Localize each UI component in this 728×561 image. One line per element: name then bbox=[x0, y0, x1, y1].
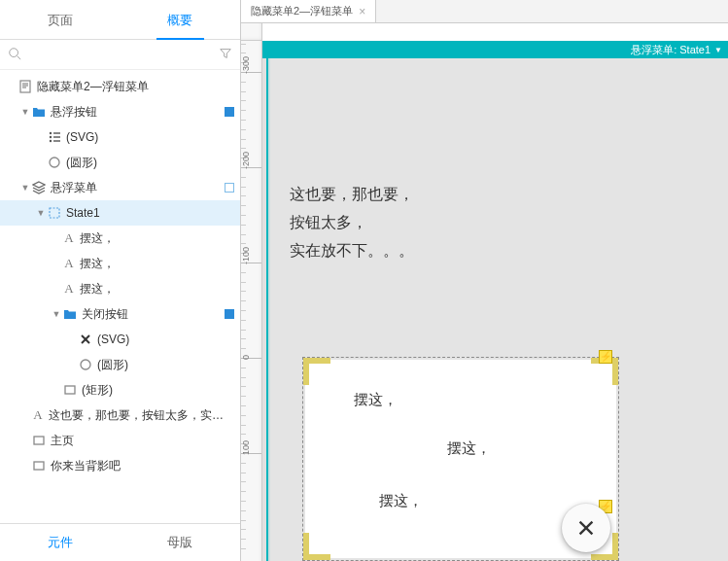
state-bar-value: State1 bbox=[679, 44, 711, 55]
tree-label: 摆这， bbox=[80, 281, 234, 298]
state-bar-label: 悬浮菜单: bbox=[631, 43, 676, 57]
tree-label: (圆形) bbox=[97, 357, 234, 373]
file-tab[interactable]: 隐藏菜单2—浮钮菜单 × bbox=[241, 0, 376, 22]
canvas-text[interactable]: 这也要，那也要， 按钮太多， 实在放不下。。。 bbox=[290, 181, 414, 264]
editor-area: 隐藏菜单2—浮钮菜单 × 0100200300400 -300-200-1000… bbox=[241, 0, 728, 561]
tree-label: (SVG) bbox=[97, 333, 234, 346]
artboard[interactable]: 这也要，那也要， 按钮太多， 实在放不下。。。 ⚡ ⚡ 摆这， 摆这， 摆这， bbox=[266, 58, 728, 561]
tree-label: 悬浮菜单 bbox=[51, 180, 221, 196]
tree-root[interactable]: ▶ 隐藏菜单2—浮钮菜单 bbox=[0, 74, 240, 99]
visibility-marker[interactable] bbox=[225, 107, 234, 117]
text-line: 实在放不下。。。 bbox=[290, 237, 414, 265]
svg-line-1 bbox=[17, 55, 21, 59]
tree-label: 隐藏菜单2—浮钮菜单 bbox=[37, 79, 234, 95]
folder-icon bbox=[62, 306, 78, 322]
folder-icon bbox=[31, 104, 47, 120]
rect-icon bbox=[62, 382, 78, 398]
tree-float-menu[interactable]: ▼ 悬浮菜单 bbox=[0, 175, 240, 200]
text-icon: A bbox=[62, 256, 76, 271]
text-icon: A bbox=[62, 230, 76, 246]
text-icon: A bbox=[31, 407, 45, 423]
tree-home-node[interactable]: ▶ 主页 bbox=[0, 428, 240, 453]
left-tabs: 页面 概要 bbox=[0, 0, 240, 40]
outline-panel: 页面 概要 ▶ 隐藏菜单2—浮钮菜单 ▼ 悬浮按钮 bbox=[0, 0, 241, 561]
svg-rect-18 bbox=[34, 437, 44, 444]
tree-rect-node[interactable]: ▶ (矩形) bbox=[0, 377, 240, 403]
rect-icon bbox=[31, 458, 47, 473]
close-icon[interactable]: × bbox=[359, 5, 365, 18]
tree-label: 摆这， bbox=[80, 256, 234, 272]
svg-point-16 bbox=[81, 360, 90, 369]
svg-point-0 bbox=[10, 48, 18, 56]
lightning-icon[interactable]: ⚡ bbox=[599, 350, 612, 364]
tree-circle-node[interactable]: ▶ (圆形) bbox=[0, 150, 240, 175]
tree-label: 这也要，那也要，按钮太多，实在放不 bbox=[49, 407, 234, 424]
close-fab-button[interactable] bbox=[562, 504, 610, 552]
ruler-vertical[interactable]: -300-200-1000100 bbox=[241, 41, 262, 561]
tree-state1[interactable]: ▼ State1 bbox=[0, 200, 240, 226]
svg-point-12 bbox=[50, 158, 59, 167]
circle-icon bbox=[78, 357, 93, 372]
origin-guide bbox=[266, 58, 268, 561]
selected-panel[interactable]: ⚡ ⚡ 摆这， 摆这， 摆这， bbox=[305, 360, 616, 558]
visibility-marker[interactable] bbox=[225, 309, 234, 319]
search-icon bbox=[8, 47, 21, 63]
tree-label: (矩形) bbox=[82, 382, 234, 399]
tree-float-button[interactable]: ▼ 悬浮按钮 bbox=[0, 99, 240, 124]
circle-icon bbox=[47, 155, 62, 170]
tab-outline[interactable]: 概要 bbox=[121, 0, 241, 39]
svg-rect-10 bbox=[53, 136, 60, 137]
svg-rect-2 bbox=[20, 81, 30, 92]
bottom-tabs: 元件 母版 bbox=[0, 523, 240, 561]
panel-text[interactable]: 摆这， bbox=[354, 391, 398, 409]
tree-svg-node[interactable]: ▶ (SVG) bbox=[0, 124, 240, 150]
file-tab-label: 隐藏菜单2—浮钮菜单 bbox=[251, 4, 353, 18]
panel-text[interactable]: 摆这， bbox=[447, 439, 491, 458]
ruler-corner bbox=[241, 23, 262, 41]
svg-rect-19 bbox=[34, 462, 44, 470]
tree-text-node[interactable]: ▶ A 摆这， bbox=[0, 251, 240, 276]
tree-text-node[interactable]: ▶ A 摆这， bbox=[0, 226, 240, 251]
svg-point-7 bbox=[50, 136, 52, 138]
selection-corner bbox=[303, 358, 330, 385]
tree-shadow-node[interactable]: ▶ 你来当背影吧 bbox=[0, 453, 240, 478]
list-icon bbox=[47, 129, 62, 145]
tree-label: (SVG) bbox=[66, 130, 234, 144]
svg-rect-11 bbox=[53, 140, 60, 141]
search-input[interactable] bbox=[21, 46, 219, 63]
search-bar bbox=[0, 40, 240, 70]
outline-tree: ▶ 隐藏菜单2—浮钮菜单 ▼ 悬浮按钮 ▶ (SVG) ▶ (圆形) bbox=[0, 70, 240, 523]
text-line: 这也要，那也要， bbox=[290, 181, 414, 209]
tree-svg-node[interactable]: ▶ (SVG) bbox=[0, 327, 240, 352]
tree-circle-node[interactable]: ▶ (圆形) bbox=[0, 352, 240, 377]
canvas[interactable]: 悬浮菜单: State1 ▼ 这也要，那也要， 按钮太多， 实在放不下。。。 bbox=[262, 41, 728, 561]
state-icon bbox=[47, 205, 62, 221]
svg-rect-9 bbox=[53, 132, 60, 133]
tree-label: 你来当背影吧 bbox=[51, 458, 234, 474]
tree-label: (圆形) bbox=[66, 155, 234, 171]
stack-icon bbox=[31, 180, 47, 195]
svg-rect-13 bbox=[50, 208, 59, 218]
tree-close-button[interactable]: ▼ 关闭按钮 bbox=[0, 301, 240, 327]
text-icon: A bbox=[62, 281, 76, 297]
tree-label: 悬浮按钮 bbox=[51, 104, 221, 121]
svg-rect-17 bbox=[65, 386, 75, 394]
tab-components[interactable]: 元件 bbox=[0, 524, 121, 561]
tree-text-node[interactable]: ▶ A 这也要，那也要，按钮太多，实在放不 bbox=[0, 403, 240, 428]
svg-point-6 bbox=[50, 132, 52, 134]
visibility-marker[interactable] bbox=[225, 183, 234, 193]
text-line: 按钮太多， bbox=[290, 209, 414, 237]
filter-icon[interactable] bbox=[219, 47, 232, 63]
tree-text-node[interactable]: ▶ A 摆这， bbox=[0, 276, 240, 301]
file-tabs: 隐藏菜单2—浮钮菜单 × bbox=[241, 0, 728, 23]
tree-label: 主页 bbox=[51, 433, 234, 449]
state-bar[interactable]: 悬浮菜单: State1 ▼ bbox=[262, 41, 728, 58]
tree-label: 摆这， bbox=[80, 230, 234, 247]
selection-corner bbox=[303, 533, 330, 560]
rect-icon bbox=[31, 433, 47, 448]
tab-page[interactable]: 页面 bbox=[0, 0, 121, 39]
page-icon bbox=[17, 79, 33, 94]
svg-point-8 bbox=[50, 140, 52, 142]
tab-masters[interactable]: 母版 bbox=[121, 524, 241, 561]
panel-text[interactable]: 摆这， bbox=[379, 492, 423, 510]
